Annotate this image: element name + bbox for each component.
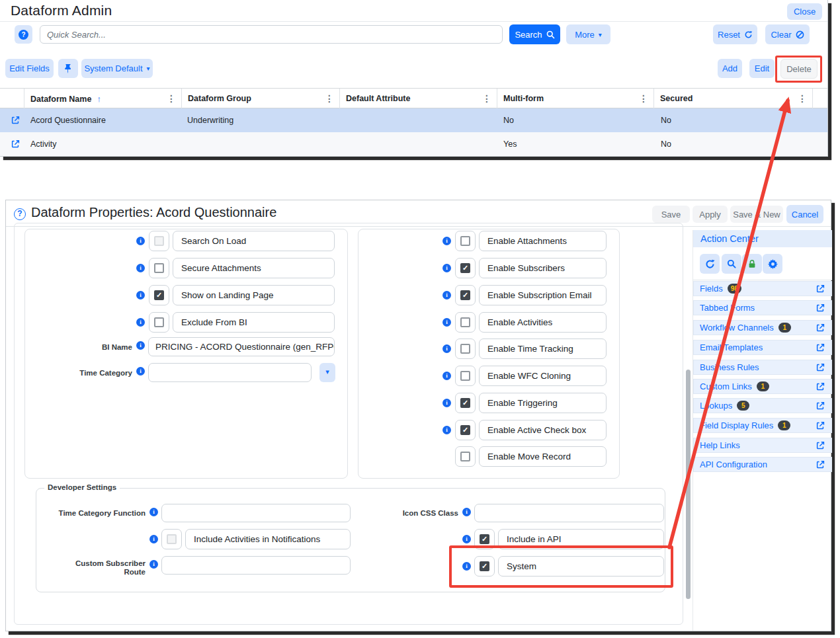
info-icon[interactable]: i (442, 291, 451, 299)
reset-button[interactable]: Reset (713, 24, 757, 44)
info-icon[interactable]: i (462, 562, 471, 571)
checkbox-enable-subscribers[interactable] (455, 258, 476, 278)
info-icon[interactable]: i (442, 237, 451, 245)
checkbox-search-on-load[interactable] (149, 231, 169, 251)
info-icon[interactable]: i (149, 508, 158, 516)
time-category-input[interactable] (148, 363, 312, 382)
checkbox-enable-subscription-email[interactable] (455, 285, 476, 305)
info-icon[interactable]: i (442, 426, 451, 434)
delete-button[interactable]: Delete (780, 59, 818, 79)
clear-button[interactable]: Clear (765, 24, 810, 44)
close-button[interactable]: Close (787, 3, 822, 20)
checkbox-include-in-api[interactable] (474, 529, 495, 549)
action-item-api-configuration[interactable]: API Configuration (693, 457, 832, 472)
more-button-label: More (575, 30, 595, 40)
external-link-icon[interactable] (816, 401, 825, 411)
table-row-activity[interactable]: Activity Yes No (0, 132, 827, 156)
external-link-icon[interactable] (816, 323, 825, 333)
search-button[interactable]: Search (509, 24, 560, 44)
column-header-dataform-group[interactable]: Dataform Group ⋮ (181, 89, 339, 109)
action-item-custom-links[interactable]: Custom Links1 (693, 379, 832, 394)
edit-button[interactable]: Edit (749, 59, 775, 78)
info-icon[interactable]: i (442, 318, 451, 327)
search-help-button[interactable]: ? (15, 25, 32, 44)
checkbox-exclude-from-bi[interactable] (149, 312, 169, 333)
action-item-workflow-channels[interactable]: Workflow Channels1 (693, 320, 832, 335)
open-record-icon[interactable] (11, 115, 21, 127)
checkbox-enable-triggering[interactable] (455, 393, 476, 413)
apply-button[interactable]: Apply (693, 206, 728, 223)
open-record-icon[interactable] (11, 139, 21, 151)
checkbox-enable-wfc-cloning[interactable] (455, 366, 476, 386)
vertical-scrollbar[interactable] (686, 370, 691, 599)
checkbox-secure-attachments[interactable] (149, 258, 169, 278)
column-menu-icon[interactable]: ⋮ (639, 93, 648, 104)
action-item-email-templates[interactable]: Email Templates (693, 340, 832, 355)
help-circle-icon[interactable]: ? (14, 208, 26, 220)
action-item-lookups[interactable]: Lookups5 (693, 398, 832, 413)
info-icon[interactable]: i (462, 535, 471, 543)
icon-css-class-input[interactable] (474, 504, 664, 522)
column-header-multi-form[interactable]: Multi-form ⋮ (497, 89, 653, 109)
column-header-default-attribute[interactable]: Default Attribute ⋮ (339, 89, 497, 109)
checkbox-enable-activities[interactable] (455, 312, 476, 333)
external-link-icon[interactable] (816, 440, 825, 450)
refresh-button[interactable] (700, 254, 720, 274)
info-icon[interactable]: i (149, 535, 158, 543)
column-menu-icon[interactable]: ⋮ (325, 93, 334, 104)
external-link-icon[interactable] (816, 420, 825, 430)
settings-button[interactable] (763, 254, 782, 274)
external-link-icon[interactable] (816, 381, 825, 391)
info-icon[interactable]: i (136, 367, 145, 376)
checkbox-system[interactable] (474, 556, 495, 577)
external-link-icon[interactable] (816, 362, 825, 372)
column-menu-icon[interactable]: ⋮ (167, 93, 176, 104)
bi-name-input[interactable]: PRICING - ACORD Questionnaire (gen_RFPQu… (148, 337, 335, 356)
info-icon[interactable]: i (136, 341, 145, 350)
external-link-icon[interactable] (816, 303, 825, 313)
action-item-business-rules[interactable]: Business Rules (693, 360, 832, 375)
time-category-dropdown-button[interactable]: ▾ (319, 363, 335, 382)
add-button[interactable]: Add (718, 59, 742, 78)
more-button[interactable]: More ▾ (566, 24, 610, 44)
save-and-new-button[interactable]: Save & New (730, 206, 783, 223)
save-button[interactable]: Save (652, 206, 690, 223)
checkbox-enable-active-check-box[interactable] (455, 420, 476, 440)
search-button-small[interactable] (722, 254, 741, 274)
action-item-help-links[interactable]: Help Links (693, 438, 832, 453)
table-row-acord-questionnaire[interactable]: Acord Questionnaire Underwriting No No (0, 108, 827, 132)
info-icon[interactable]: i (442, 372, 451, 380)
info-icon[interactable]: i (136, 237, 145, 245)
external-link-icon[interactable] (816, 284, 825, 294)
action-item-tabbed-forms[interactable]: Tabbed Forms (693, 300, 832, 315)
info-icon[interactable]: i (136, 264, 145, 272)
custom-subscriber-route-input[interactable] (161, 556, 351, 575)
column-menu-icon[interactable]: ⋮ (482, 93, 491, 104)
info-icon[interactable]: i (442, 344, 451, 353)
checkbox-include-activities-in-notifications[interactable] (161, 529, 182, 549)
info-icon[interactable]: i (149, 560, 158, 569)
cancel-button[interactable]: Cancel (786, 205, 823, 223)
lock-button[interactable] (742, 254, 762, 274)
action-item-field-display-rules[interactable]: Field Display Rules1 (693, 418, 832, 433)
external-link-icon[interactable] (816, 342, 825, 352)
info-icon[interactable]: i (136, 318, 145, 327)
edit-fields-button[interactable]: Edit Fields (5, 59, 54, 78)
view-selector-dropdown[interactable]: System Default ▾ (81, 59, 153, 78)
checkbox-enable-time-tracking[interactable] (455, 339, 476, 359)
column-header-secured[interactable]: Secured ⋮ (653, 89, 812, 109)
quick-search-input[interactable] (40, 25, 503, 44)
column-header-dataform-name[interactable]: Dataform Name↑ ⋮ (24, 89, 181, 109)
pin-button[interactable] (58, 59, 78, 78)
info-icon[interactable]: i (442, 399, 451, 407)
time-category-function-input[interactable] (161, 504, 351, 522)
info-icon[interactable]: i (136, 291, 145, 299)
checkbox-enable-move-record[interactable] (455, 446, 476, 467)
info-icon[interactable]: i (462, 508, 471, 516)
column-menu-icon[interactable]: ⋮ (798, 93, 807, 104)
external-link-icon[interactable] (816, 459, 825, 469)
checkbox-show-on-landing-page[interactable] (149, 285, 169, 305)
checkbox-enable-attachments[interactable] (455, 231, 476, 251)
action-item-fields[interactable]: Fields98 (693, 281, 832, 296)
info-icon[interactable]: i (442, 264, 451, 272)
